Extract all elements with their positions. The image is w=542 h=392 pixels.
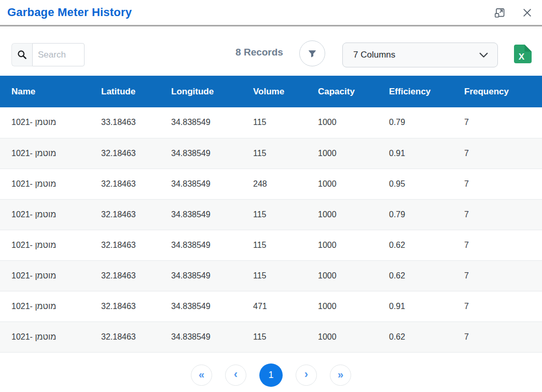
cell-volume: 115 [253,321,318,352]
cell-efficiency: 0.95 [389,169,464,199]
cell-latitude: 33.18463 [101,107,171,138]
cell-efficiency: 0.79 [389,199,464,230]
table-body: 1021- מוטמן 33.18463 34.838549 115 1000 … [0,107,542,352]
cell-capacity: 1000 [318,260,389,291]
cell-frequency: 7 [464,107,542,138]
cell-volume: 115 [253,199,318,230]
pagination-prev-button[interactable]: ‹ [225,365,246,386]
excel-icon: X [514,45,532,63]
cell-latitude: 32.18463 [101,169,171,199]
pagination-next-button[interactable]: › [296,365,317,386]
pagination-page-number: 1 [268,370,273,380]
pagination-first-button[interactable]: « [191,365,212,386]
pagination-next-icon: › [304,369,308,380]
cell-capacity: 1000 [318,169,389,199]
cell-name: 1021- מוטמן [0,199,101,230]
cell-latitude: 32.18463 [101,291,171,321]
cell-longitude: 34.838549 [171,107,253,138]
cell-longitude: 34.838549 [171,169,253,199]
cell-volume: 115 [253,260,318,291]
cell-longitude: 34.838549 [171,321,253,352]
cell-longitude: 34.838549 [171,291,253,321]
cell-name: 1021- מוטמן [0,138,101,169]
cell-frequency: 7 [464,321,542,352]
pagination: « ‹ 1 › » [0,363,542,387]
cell-frequency: 7 [464,260,542,291]
cell-name: 1021- מוטמן [0,230,101,260]
table-row: 1021- מוטמן 32.18463 34.838549 115 1000 … [0,230,542,260]
pagination-prev-icon: ‹ [234,369,238,380]
toolbar: 8 Records 7 Columns X [0,26,542,76]
cell-capacity: 1000 [318,321,389,352]
cell-efficiency: 0.91 [389,291,464,321]
pagination-last-icon: » [338,369,343,380]
cell-frequency: 7 [464,230,542,260]
table-row: 1021- מוטמן 32.18463 34.838549 115 1000 … [0,321,542,352]
table-row: 1021- מוטמן 32.18463 34.838549 115 1000 … [0,260,542,291]
cell-capacity: 1000 [318,291,389,321]
pagination-page-1-button[interactable]: 1 [259,363,283,387]
expand-button[interactable] [493,5,507,20]
cell-capacity: 1000 [318,199,389,230]
cell-latitude: 32.18463 [101,230,171,260]
funnel-icon [307,48,318,59]
cell-volume: 115 [253,138,318,169]
chevron-down-icon [479,52,488,58]
table-header: Name Latitude Longitude Volume Capacity … [0,76,542,107]
pagination-last-button[interactable]: » [330,365,351,386]
search-icon [11,43,32,66]
titlebar: Garbage Meter History [0,0,542,25]
column-header-frequency: Frequency [464,76,542,107]
cell-efficiency: 0.91 [389,138,464,169]
cell-volume: 115 [253,230,318,260]
column-header-name: Name [0,76,101,107]
table-row: 1021- מוטמן 32.18463 34.838549 115 1000 … [0,138,542,169]
cell-latitude: 32.18463 [101,199,171,230]
table-row: 1021- מוטמן 32.18463 34.838549 115 1000 … [0,199,542,230]
column-header-latitude: Latitude [101,76,171,107]
cell-longitude: 34.838549 [171,138,253,169]
excel-export-button[interactable]: X [514,45,532,63]
search-input[interactable] [32,43,85,66]
close-icon [522,7,533,18]
column-header-efficiency: Efficiency [389,76,464,107]
cell-efficiency: 0.62 [389,230,464,260]
cell-latitude: 32.18463 [101,321,171,352]
cell-efficiency: 0.79 [389,107,464,138]
cell-efficiency: 0.62 [389,321,464,352]
cell-longitude: 34.838549 [171,199,253,230]
cell-frequency: 7 [464,138,542,169]
cell-capacity: 1000 [318,230,389,260]
table-row: 1021- מוטמן 32.18463 34.838549 471 1000 … [0,291,542,321]
expand-icon [494,6,506,19]
close-button[interactable] [521,6,534,19]
columns-select[interactable]: 7 Columns [342,43,498,67]
column-header-capacity: Capacity [318,76,389,107]
cell-name: 1021- מוטמן [0,260,101,291]
cell-frequency: 7 [464,199,542,230]
filter-button[interactable] [299,40,325,66]
cell-frequency: 7 [464,291,542,321]
cell-volume: 115 [253,107,318,138]
table-row: 1021- מוטמן 33.18463 34.838549 115 1000 … [0,107,542,138]
cell-name: 1021- מוטמן [0,107,101,138]
cell-volume: 471 [253,291,318,321]
cell-frequency: 7 [464,169,542,199]
svg-text:X: X [519,52,525,62]
cell-efficiency: 0.62 [389,260,464,291]
table-row: 1021- מוטמן 32.18463 34.838549 248 1000 … [0,169,542,199]
garbage-meter-history-window: Garbage Meter History [0,0,542,392]
titlebar-icons [493,5,534,20]
cell-volume: 248 [253,169,318,199]
cell-name: 1021- מוטמן [0,291,101,321]
pagination-first-icon: « [199,369,204,380]
columns-select-value: 7 Columns [353,50,395,60]
column-header-volume: Volume [253,76,318,107]
page-title: Garbage Meter History [7,6,132,19]
cell-capacity: 1000 [318,107,389,138]
cell-longitude: 34.838549 [171,230,253,260]
data-table: Name Latitude Longitude Volume Capacity … [0,76,542,353]
records-count: 8 Records [228,26,290,76]
search-group [11,43,85,66]
column-header-longitude: Longitude [171,76,253,107]
